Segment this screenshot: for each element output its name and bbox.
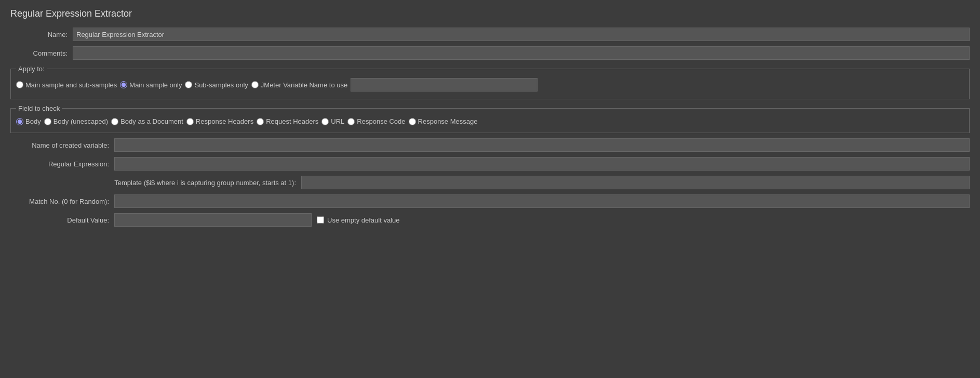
created-variable-row: Name of created variable: xyxy=(10,138,970,152)
default-value-label: Default Value: xyxy=(10,216,114,224)
apply-sub-only-item: Sub-samples only xyxy=(185,81,248,89)
ftc-response-message-radio[interactable] xyxy=(409,118,416,125)
ftc-url-label[interactable]: URL xyxy=(331,118,344,125)
comments-input[interactable] xyxy=(73,46,970,60)
ftc-response-headers-label[interactable]: Response Headers xyxy=(196,118,253,125)
apply-main-sub-label[interactable]: Main sample and sub-samples xyxy=(25,81,117,89)
ftc-response-code-radio[interactable] xyxy=(347,118,355,125)
ftc-url-radio[interactable] xyxy=(321,118,329,125)
comments-label: Comments: xyxy=(10,49,73,57)
ftc-request-headers-radio[interactable] xyxy=(257,118,264,125)
ftc-body-unescaped-label[interactable]: Body (unescaped) xyxy=(53,118,109,125)
default-value-input[interactable] xyxy=(114,213,312,227)
apply-to-legend: Apply to: xyxy=(16,65,47,73)
regular-expression-row: Regular Expression: xyxy=(10,157,970,171)
empty-default-checkbox[interactable] xyxy=(317,216,324,224)
regular-expression-label: Regular Expression: xyxy=(10,160,114,168)
main-container: Regular Expression Extractor Name: Comme… xyxy=(0,0,980,240)
ftc-response-headers-item: Response Headers xyxy=(186,118,253,125)
field-to-check-options: Body Body (unescaped) Body as a Document… xyxy=(16,115,964,127)
ftc-body-unescaped-item: Body (unescaped) xyxy=(44,118,109,125)
apply-main-only-item: Main sample only xyxy=(120,81,182,89)
apply-main-only-radio[interactable] xyxy=(120,81,127,88)
ftc-response-headers-radio[interactable] xyxy=(186,118,194,125)
apply-sub-only-label[interactable]: Sub-samples only xyxy=(194,81,248,89)
apply-to-group: Apply to: Main sample and sub-samples Ma… xyxy=(10,65,970,99)
field-to-check-group: Field to check Body Body (unescaped) Bod… xyxy=(10,105,970,133)
created-variable-input[interactable] xyxy=(114,138,970,152)
template-row: Template ($i$ where i is capturing group… xyxy=(10,176,970,189)
match-no-row: Match No. (0 for Random): xyxy=(10,194,970,208)
ftc-url-item: URL xyxy=(321,118,344,125)
created-variable-label: Name of created variable: xyxy=(10,141,114,149)
apply-jmeter-var-item: JMeter Variable Name to use xyxy=(251,81,347,89)
default-value-row: Default Value: Use empty default value xyxy=(10,213,970,227)
ftc-body-item: Body xyxy=(16,118,41,125)
name-input[interactable] xyxy=(73,28,970,41)
match-no-label: Match No. (0 for Random): xyxy=(10,198,114,205)
jmeter-var-input[interactable] xyxy=(351,78,538,92)
ftc-response-code-label[interactable]: Response Code xyxy=(357,118,405,125)
ftc-body-radio[interactable] xyxy=(16,118,23,125)
apply-main-sub-radio[interactable] xyxy=(16,81,23,88)
regular-expression-input[interactable] xyxy=(114,157,970,171)
apply-sub-only-radio[interactable] xyxy=(185,81,192,88)
ftc-request-headers-label[interactable]: Request Headers xyxy=(266,118,318,125)
match-no-input[interactable] xyxy=(114,194,970,208)
field-to-check-legend: Field to check xyxy=(16,105,62,112)
name-row: Name: xyxy=(10,28,970,41)
comments-row: Comments: xyxy=(10,46,970,60)
ftc-response-message-item: Response Message xyxy=(409,118,478,125)
ftc-response-message-label[interactable]: Response Message xyxy=(418,118,478,125)
template-input[interactable] xyxy=(301,176,970,189)
apply-jmeter-var-radio[interactable] xyxy=(251,81,259,88)
apply-jmeter-var-label[interactable]: JMeter Variable Name to use xyxy=(261,81,347,89)
ftc-request-headers-item: Request Headers xyxy=(257,118,318,125)
empty-default-checkbox-item: Use empty default value xyxy=(317,216,399,224)
template-label: Template ($i$ where i is capturing group… xyxy=(10,179,301,187)
name-label: Name: xyxy=(10,31,73,38)
ftc-body-document-radio[interactable] xyxy=(111,118,118,125)
ftc-body-unescaped-radio[interactable] xyxy=(44,118,51,125)
ftc-response-code-item: Response Code xyxy=(347,118,405,125)
apply-main-sub-item: Main sample and sub-samples xyxy=(16,81,117,89)
apply-to-options: Main sample and sub-samples Main sample … xyxy=(16,76,964,94)
ftc-body-label[interactable]: Body xyxy=(25,118,41,125)
apply-main-only-label[interactable]: Main sample only xyxy=(129,81,182,89)
ftc-body-document-item: Body as a Document xyxy=(111,118,183,125)
page-title: Regular Expression Extractor xyxy=(10,8,970,19)
empty-default-label[interactable]: Use empty default value xyxy=(327,216,399,224)
ftc-body-document-label[interactable]: Body as a Document xyxy=(120,118,183,125)
